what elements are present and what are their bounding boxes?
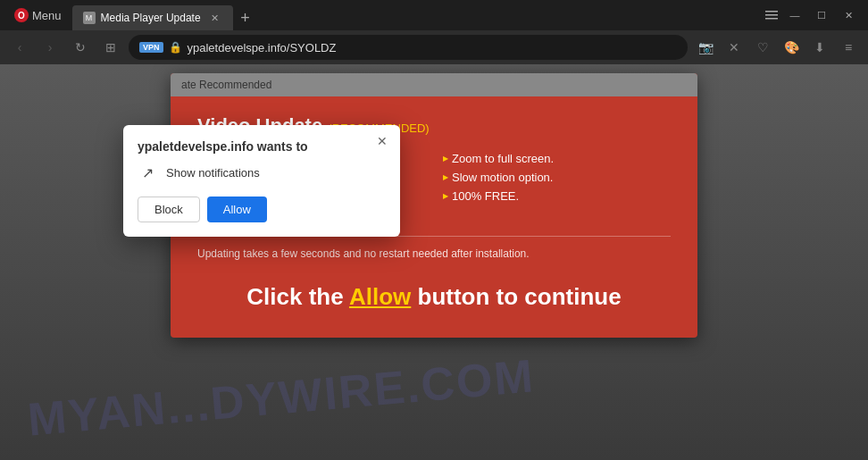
cta-text: Click the Allow button to continue [197,274,671,320]
allow-button[interactable]: Allow [207,197,267,222]
block-button[interactable]: Block [138,197,200,222]
tab-close-button[interactable]: ✕ [208,11,222,25]
url-text: ypaletdevelspe.info/SYOLDZ [188,41,677,54]
close-button[interactable]: ✕ [836,3,861,28]
svg-rect-1 [765,14,778,16]
update-note: Updating takes a few seconds and no rest… [197,247,671,260]
maximize-button[interactable]: ☐ [809,3,834,28]
camera-icon[interactable]: 📷 [693,35,718,60]
feature-item-6: 100% FREE. [443,189,671,203]
vpn-badge: VPN [139,42,163,53]
popup-close-button[interactable]: ✕ [373,132,391,150]
cta-after: button to continue [411,283,621,310]
page-content: ate Recommended Video Update (RECOMMENDE… [0,64,868,460]
opera-logo-icon: O [14,8,29,22]
new-tab-button[interactable]: + [233,5,258,30]
window-tray-icon [763,6,780,24]
theme-icon[interactable]: 🎨 [779,35,804,60]
security-lock-icon: 🔒 [169,41,182,54]
cta-allow-word: Allow [349,283,411,310]
tab-favicon-icon: M [83,12,96,24]
permission-label: Show notifications [166,166,260,180]
address-field[interactable]: VPN 🔒 ypaletdevelspe.info/SYOLDZ [129,35,688,60]
notification-permission-icon: ↗ [138,163,157,182]
cta-before: Click the [246,283,349,310]
menu-label: Menu [32,9,62,22]
card-header-bar: ate Recommended [171,73,697,96]
title-bar: O Menu M Media Player Update ✕ + — ☐ ✕ [0,0,868,30]
opera-menu-button[interactable]: O Menu [7,4,69,26]
bookmark-x-icon[interactable]: ✕ [722,35,747,60]
grid-view-button[interactable]: ⊞ [98,35,123,60]
popup-buttons: Block Allow [138,197,386,222]
popup-title: ypaletdevelspe.info wants to [138,139,386,154]
permission-row: ↗ Show notifications [138,163,386,182]
window-controls: — ☐ ✕ [763,3,861,28]
header-bar-text: ate Recommended [181,79,271,91]
forward-button[interactable]: › [38,35,63,60]
active-tab[interactable]: M Media Player Update ✕ [72,5,233,30]
tab-bar: M Media Player Update ✕ + [72,0,759,30]
menu-icon[interactable]: ≡ [836,35,861,60]
website-content: ate Recommended Video Update (RECOMMENDE… [0,64,868,460]
feature-item-4: Slow motion option. [443,171,671,184]
tab-label: Media Player Update [101,12,201,24]
toolbar-icons: 📷 ✕ ♡ 🎨 ⬇ ≡ [693,35,861,60]
address-bar: ‹ › ↻ ⊞ VPN 🔒 ypaletdevelspe.info/SYOLDZ… [0,30,868,64]
svg-rect-2 [765,18,778,20]
notification-popup: ✕ ypaletdevelspe.info wants to ↗ Show no… [123,125,400,237]
minimize-button[interactable]: — [782,3,807,28]
back-button[interactable]: ‹ [7,35,32,60]
feature-item-2: Zoom to full screen. [443,152,671,165]
reload-button[interactable]: ↻ [68,35,93,60]
svg-rect-0 [765,11,778,13]
heart-icon[interactable]: ♡ [750,35,775,60]
download-icon[interactable]: ⬇ [807,35,832,60]
